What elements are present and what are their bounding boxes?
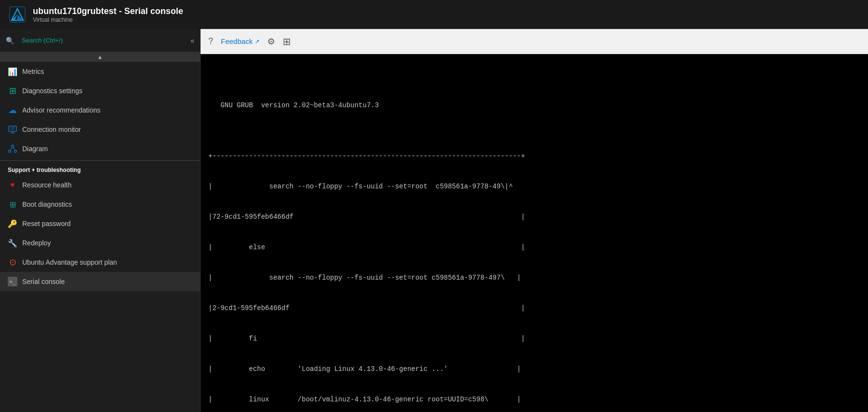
page-subtitle: Virtual machine [33,16,183,23]
sidebar-item-label: Reset password [22,220,71,227]
sidebar-item-resource-health[interactable]: ♥ Resource health [0,175,200,195]
main-layout: 🔍 « ▲ 📊 Metrics ⊞ Diagnostics settings ☁… [0,29,868,412]
terminal-line-4: | search --no-floppy --fs-uuid --set=roo… [208,182,860,192]
sidebar-item-label: Boot diagnostics [22,200,72,208]
content-area: ? Feedback ↗ ⚙ ⊞ GNU GRUB version 2.02~b… [201,29,868,412]
sidebar-item-serial-console[interactable]: >_ Serial console [0,272,200,291]
grid-button[interactable]: ⊞ [283,36,291,47]
sidebar-item-label: Diagnostics settings [22,87,83,95]
header-title-block: ubuntu1710grubtest - Serial console Virt… [33,6,183,23]
serial-console-icon: >_ [8,277,17,286]
support-section-header: Support + troubleshooting [0,160,200,175]
terminal-line-8: |2-9cd1-595feb6466df | [208,303,860,313]
search-input[interactable] [18,34,187,47]
svg-rect-5 [11,127,14,130]
sidebar-item-label: Serial console [22,278,65,285]
sidebar-item-connection[interactable]: Connection monitor [0,120,200,139]
toolbar: ? Feedback ↗ ⚙ ⊞ [201,29,868,54]
advisor-icon: ☁ [8,105,17,115]
sidebar-item-label: Redeploy [22,239,51,247]
external-link-icon: ↗ [255,38,260,45]
svg-point-8 [12,145,14,148]
sidebar-item-boot-diagnostics[interactable]: ⊞ Boot diagnostics [0,195,200,214]
sidebar-item-label: Metrics [22,68,44,75]
sidebar-item-ubuntu-support[interactable]: ⊙ Ubuntu Advantage support plan [0,253,200,272]
ubuntu-icon: ⊙ [8,257,17,267]
terminal-line-1: GNU GRUB version 2.02~beta3-4ubuntu7.3 [208,100,860,111]
terminal-line-6: | else | [208,242,860,253]
sidebar-search-bar: 🔍 « [0,29,200,52]
sidebar-item-label: Diagram [22,145,48,153]
boot-diagnostics-icon: ⊞ [8,199,17,209]
feedback-button[interactable]: Feedback ↗ [221,37,260,45]
page-title: ubuntu1710grubtest - Serial console [33,6,183,16]
terminal-line-10: | echo 'Loading Linux 4.13.0-46-generic … [208,364,860,374]
diagnostics-icon: ⊞ [8,86,17,96]
settings-button[interactable]: ⚙ [267,36,275,47]
resource-health-icon: ♥ [8,180,17,190]
terminal-line-11: | linux /boot/vmlinuz-4.13.0-46-generic … [208,395,860,405]
terminal-line-3: +---------------------------------------… [208,151,860,161]
terminal-line-5: |72-9cd1-595feb6466df | [208,212,860,222]
header: ubuntu1710grubtest - Serial console Virt… [0,0,868,29]
sidebar-nav: 📊 Metrics ⊞ Diagnostics settings ☁ Advis… [0,62,200,412]
sidebar-item-label: Ubuntu Advantage support plan [22,258,117,266]
sidebar-item-advisor[interactable]: ☁ Advisor recommendations [0,100,200,120]
svg-line-11 [10,148,13,150]
svg-point-10 [14,150,17,153]
sidebar-item-label: Resource health [22,181,72,189]
redeploy-icon: 🔧 [8,238,17,248]
diagram-icon [8,144,17,154]
sidebar-item-metrics[interactable]: 📊 Metrics [0,62,200,81]
azure-logo [8,5,27,24]
terminal-output[interactable]: GNU GRUB version 2.02~beta3-4ubuntu7.3 +… [201,54,868,412]
feedback-label: Feedback [221,37,253,45]
sidebar-item-label: Advisor recommendations [22,106,101,114]
sidebar-item-diagram[interactable]: Diagram [0,139,200,158]
terminal-line-9: | fi | [208,334,860,344]
help-button[interactable]: ? [208,36,213,46]
terminal-line-7: | search --no-floppy --fs-uuid --set=roo… [208,273,860,283]
search-icon: 🔍 [6,37,14,44]
sidebar-item-diagnostics[interactable]: ⊞ Diagnostics settings [0,81,200,100]
svg-point-9 [9,150,11,153]
scroll-up-indicator[interactable]: ▲ [0,52,200,62]
sidebar: 🔍 « ▲ 📊 Metrics ⊞ Diagnostics settings ☁… [0,29,201,412]
connection-icon [8,125,17,134]
sidebar-item-redeploy[interactable]: 🔧 Redeploy [0,233,200,253]
metrics-icon: 📊 [8,67,17,76]
sidebar-item-reset-password[interactable]: 🔑 Reset password [0,214,200,233]
collapse-sidebar-button[interactable]: « [190,37,194,44]
reset-password-icon: 🔑 [8,219,17,228]
svg-line-12 [13,148,15,150]
sidebar-item-label: Connection monitor [22,126,81,133]
